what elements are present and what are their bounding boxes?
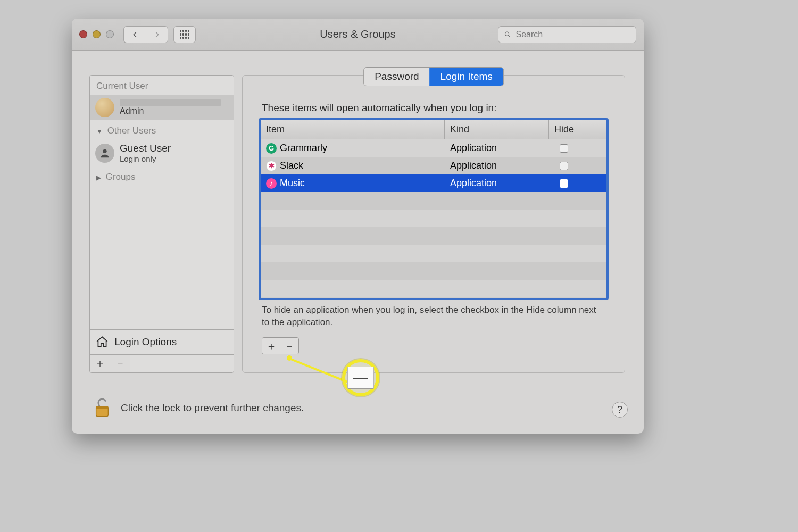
cell-item: ✱Slack — [261, 160, 445, 171]
zoom-window-button[interactable] — [106, 30, 114, 38]
tab-login-items[interactable]: Login Items — [430, 68, 503, 86]
sidebar-item-guest-user[interactable]: Guest User Login only — [90, 139, 234, 167]
cell-kind: Application — [445, 143, 549, 154]
chevron-left-icon — [131, 30, 139, 39]
hide-checkbox[interactable] — [560, 162, 568, 170]
table-row — [261, 280, 606, 297]
search-input[interactable] — [516, 30, 630, 39]
person-icon — [99, 147, 111, 159]
cell-item: ♪Music — [261, 178, 445, 189]
forward-button[interactable] — [146, 26, 168, 43]
table-row — [261, 262, 606, 280]
current-user-row[interactable]: Admin — [90, 95, 234, 120]
table-row[interactable]: GGrammarlyApplication — [261, 139, 606, 157]
help-button[interactable]: ? — [612, 402, 628, 418]
remove-user-button[interactable]: － — [110, 355, 130, 372]
show-all-button[interactable] — [173, 26, 196, 43]
titlebar: Users & Groups — [72, 19, 644, 51]
avatar — [95, 98, 114, 117]
nav-segment — [123, 26, 168, 43]
svg-point-0 — [505, 32, 509, 36]
cell-hide — [549, 179, 606, 188]
col-kind[interactable]: Kind — [445, 120, 549, 139]
chevron-right-icon — [153, 30, 161, 39]
login-items-panel: Password Login Items These items will op… — [242, 75, 625, 373]
tabs: Password Login Items — [363, 67, 504, 86]
grid-icon — [180, 30, 189, 39]
cell-hide — [549, 162, 606, 170]
minimize-window-button[interactable] — [93, 30, 101, 38]
sidebar-section-other[interactable]: ▼ Other Users — [90, 120, 234, 139]
avatar — [95, 144, 114, 163]
table-row — [261, 210, 606, 227]
remove-login-item-button[interactable]: － — [280, 338, 298, 354]
search-icon — [504, 30, 511, 39]
svg-rect-3 — [96, 406, 109, 409]
app-icon: G — [266, 143, 277, 154]
hide-checkbox[interactable] — [560, 179, 568, 188]
lock-text: Click the lock to prevent further change… — [121, 402, 304, 414]
app-icon: ✱ — [266, 161, 277, 171]
table-row[interactable]: ✱SlackApplication — [261, 157, 606, 174]
item-name: Grammarly — [280, 143, 327, 154]
login-items-add-remove: ＋ － — [262, 337, 299, 354]
svg-point-1 — [103, 149, 106, 153]
cell-item: GGrammarly — [261, 143, 445, 154]
table-body: GGrammarlyApplication✱SlackApplication♪M… — [261, 139, 606, 297]
preferences-window: Users & Groups Current User Admin ▼ Othe… — [72, 19, 644, 434]
close-window-button[interactable] — [79, 30, 87, 38]
users-sidebar: Current User Admin ▼ Other Users Guest U… — [89, 75, 234, 373]
callout-remove-button-zoom: — — [347, 367, 374, 389]
cell-hide — [549, 144, 606, 153]
app-icon: ♪ — [266, 178, 277, 189]
login-items-table: Item Kind Hide GGrammarlyApplication✱Sla… — [259, 118, 609, 300]
add-login-item-button[interactable]: ＋ — [262, 338, 280, 354]
window-controls — [79, 30, 114, 38]
col-hide[interactable]: Hide — [549, 120, 606, 139]
item-name: Music — [280, 178, 305, 189]
search-field[interactable] — [498, 26, 636, 43]
col-item[interactable]: Item — [261, 120, 445, 139]
hide-hint: To hide an application when you log in, … — [262, 304, 605, 329]
user-name: Guest User — [120, 143, 171, 154]
disclosure-right-icon: ▶ — [96, 174, 101, 181]
current-user-name-redacted — [120, 99, 221, 106]
sidebar-section-groups[interactable]: ▶ Groups — [90, 167, 234, 186]
unlocked-lock-icon[interactable] — [93, 397, 111, 419]
login-options-row[interactable]: Login Options — [90, 329, 234, 354]
sidebar-add-remove: ＋ － — [90, 354, 234, 372]
table-row — [261, 192, 606, 210]
home-icon — [95, 335, 109, 349]
table-row — [261, 227, 606, 245]
cell-kind: Application — [445, 178, 549, 189]
sidebar-section-current: Current User — [90, 76, 234, 95]
item-name: Slack — [280, 160, 303, 171]
lock-row: Click the lock to prevent further change… — [93, 397, 304, 419]
table-row[interactable]: ♪MusicApplication — [261, 174, 606, 192]
table-header: Item Kind Hide — [261, 120, 606, 139]
hide-checkbox[interactable] — [560, 144, 568, 153]
add-user-button[interactable]: ＋ — [90, 355, 110, 372]
disclosure-down-icon: ▼ — [96, 128, 103, 135]
back-button[interactable] — [123, 26, 146, 43]
cell-kind: Application — [445, 160, 549, 171]
user-sub: Login only — [120, 154, 171, 163]
current-user-role: Admin — [120, 106, 221, 116]
table-row — [261, 245, 606, 262]
tab-password[interactable]: Password — [364, 68, 429, 86]
login-items-intro: These items will open automatically when… — [262, 102, 605, 114]
